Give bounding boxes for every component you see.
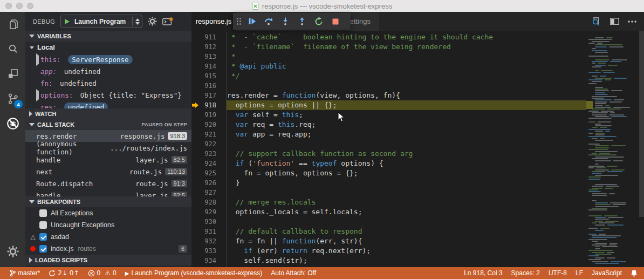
code-line[interactable]: 918 options = options || {}; — [191, 100, 644, 110]
glyph-margin[interactable] — [191, 81, 200, 91]
breakpoint-row[interactable]: Uncaught Exceptions — [25, 219, 191, 231]
glyph-margin[interactable] — [191, 168, 200, 178]
glyph-margin[interactable] — [191, 32, 200, 42]
code-line[interactable]: 920 var req = this.req; — [191, 120, 644, 130]
debug-icon[interactable] — [0, 111, 25, 136]
breakpoint-checkbox[interactable] — [39, 245, 47, 253]
code-line[interactable]: 925 fn = options, options = {}; — [191, 168, 644, 178]
git-branch-item[interactable]: master* — [5, 267, 44, 279]
code-line[interactable]: 917res.render = function(view, options, … — [191, 91, 644, 100]
restart-button[interactable] — [313, 16, 325, 28]
glyph-margin[interactable] — [191, 52, 200, 62]
code-line[interactable]: 921 var app = req.app; — [191, 130, 644, 139]
glyph-margin[interactable] — [191, 71, 200, 81]
stack-frame-clipped[interactable]: handlelayer.js82:5 — [25, 189, 191, 196]
debug-launch-item[interactable]: ▶ Launch Program (vscode-smoketest-expre… — [121, 267, 266, 279]
auto-attach-item[interactable]: Auto Attach: Off — [266, 267, 320, 279]
problems-item[interactable]: 0 ⚠ 0 — [84, 267, 121, 279]
glyph-margin[interactable] — [191, 178, 200, 188]
tab-response-js[interactable]: response.js — [191, 12, 236, 31]
search-icon[interactable] — [0, 37, 25, 62]
glyph-margin[interactable] — [191, 91, 200, 100]
breakpoint-checkbox[interactable] — [39, 221, 47, 229]
breakpoint-checkbox[interactable] — [39, 233, 47, 241]
variable-row[interactable]: res: undefined — [25, 101, 191, 108]
glyph-margin[interactable] — [191, 139, 200, 149]
glyph-margin[interactable] — [191, 236, 200, 246]
callstack-section-header[interactable]: CALL STACK PAUSED ON STEP — [25, 119, 191, 130]
step-into-button[interactable] — [279, 16, 291, 28]
encoding-item[interactable]: UTF-8 — [544, 267, 571, 279]
code-editor[interactable]: 911 * - `cache` boolean hinting to the e… — [191, 31, 644, 267]
start-debug-icon[interactable] — [65, 19, 70, 24]
eol-item[interactable]: LF — [571, 267, 587, 279]
cursor-position-item[interactable]: Ln 918, Col 3 — [460, 267, 506, 279]
variable-row-clipped[interactable]: res: undefined — [25, 101, 191, 108]
code-line[interactable]: 911 * - `cache` boolean hinting to the e… — [191, 32, 644, 42]
glyph-margin[interactable] — [191, 100, 200, 110]
code-line[interactable]: 933 if (err) return req.next(err); — [191, 246, 644, 256]
code-line[interactable]: 915 */ — [191, 71, 644, 81]
glyph-margin[interactable] — [191, 110, 200, 120]
settings-gear-icon[interactable] — [0, 239, 25, 264]
code-line[interactable]: 922 — [191, 139, 644, 149]
breakpoint-row[interactable]: index.jsroutes6 — [25, 243, 191, 255]
glyph-margin[interactable] — [191, 159, 200, 168]
variable-row[interactable]: app: undefined — [25, 65, 191, 77]
loaded-scripts-section-header[interactable]: LOADED SCRIPTS — [25, 255, 191, 266]
split-editor-icon[interactable] — [610, 18, 619, 25]
variable-row[interactable]: fn: undefined — [25, 77, 191, 89]
git-sync-item[interactable]: 2↓ 0↑ — [44, 267, 83, 279]
configure-gear-icon[interactable] — [148, 17, 157, 26]
code-line[interactable]: 923 // support callback function as seco… — [191, 149, 644, 159]
variable-row[interactable]: options: Object {title: "Express"} — [25, 89, 191, 101]
minimize-button[interactable] — [16, 3, 23, 9]
language-mode-item[interactable]: JavaScript — [587, 267, 626, 279]
code-line[interactable]: 916 — [191, 81, 644, 91]
more-actions-icon[interactable] — [628, 21, 636, 23]
step-over-button[interactable] — [263, 16, 275, 28]
variable-row[interactable]: this: ServerResponse — [25, 53, 191, 65]
variables-scope-local[interactable]: Local — [25, 42, 191, 53]
code-line[interactable]: 930 — [191, 217, 644, 227]
code-line[interactable]: 928 // merge res.locals — [191, 198, 644, 207]
code-line[interactable]: 914 * @api public — [191, 62, 644, 71]
glyph-margin[interactable] — [191, 120, 200, 130]
stack-frame[interactable]: handlelayer.js82:5 — [25, 189, 191, 196]
glyph-margin[interactable] — [191, 227, 200, 236]
scrollbar-slider[interactable] — [639, 31, 644, 217]
breakpoint-row[interactable]: △asdad — [25, 231, 191, 243]
toolbar-drag-handle[interactable] — [237, 18, 241, 25]
watch-section-header[interactable]: WATCH — [25, 108, 191, 119]
continue-button[interactable] — [246, 16, 258, 28]
stack-frame[interactable]: (anonymous function).../routes/index.js — [25, 142, 191, 154]
glyph-margin[interactable] — [191, 130, 200, 139]
zoom-button[interactable] — [27, 3, 33, 9]
close-button[interactable] — [5, 3, 12, 9]
glyph-margin[interactable] — [191, 198, 200, 207]
code-line[interactable]: 929 options._locals = self.locals; — [191, 207, 644, 217]
stack-frame[interactable]: Route.dispatchroute.js91:3 — [25, 178, 191, 189]
glyph-margin[interactable] — [191, 246, 200, 256]
launch-config-picker[interactable]: Launch Program — [60, 15, 142, 28]
stop-button[interactable] — [330, 16, 341, 28]
breakpoint-checkbox[interactable] — [39, 209, 47, 217]
glyph-margin[interactable] — [191, 217, 200, 227]
stack-frame[interactable]: nextroute.js110:13 — [25, 166, 191, 178]
code-line[interactable]: 931 // default callback to respond — [191, 227, 644, 236]
variables-section-header[interactable]: VARIABLES — [25, 31, 191, 42]
breakpoints-section-header[interactable]: BREAKPOINTS — [25, 196, 191, 207]
vertical-scrollbar[interactable] — [639, 31, 644, 267]
code-line[interactable]: 913 * — [191, 52, 644, 62]
debug-console-icon[interactable] — [162, 17, 173, 26]
code-line[interactable]: 924 if ('function' == typeof options) { — [191, 159, 644, 168]
notifications-bell-icon[interactable] — [626, 267, 639, 279]
glyph-margin[interactable] — [191, 149, 200, 159]
glyph-margin[interactable] — [191, 207, 200, 217]
glyph-margin[interactable] — [191, 256, 200, 266]
source-control-icon[interactable]: 4 — [0, 86, 25, 111]
code-line[interactable]: 919 var self = this; — [191, 110, 644, 120]
minimap[interactable] — [586, 31, 639, 267]
glyph-margin[interactable] — [191, 42, 200, 52]
code-line[interactable]: 927 — [191, 188, 644, 198]
